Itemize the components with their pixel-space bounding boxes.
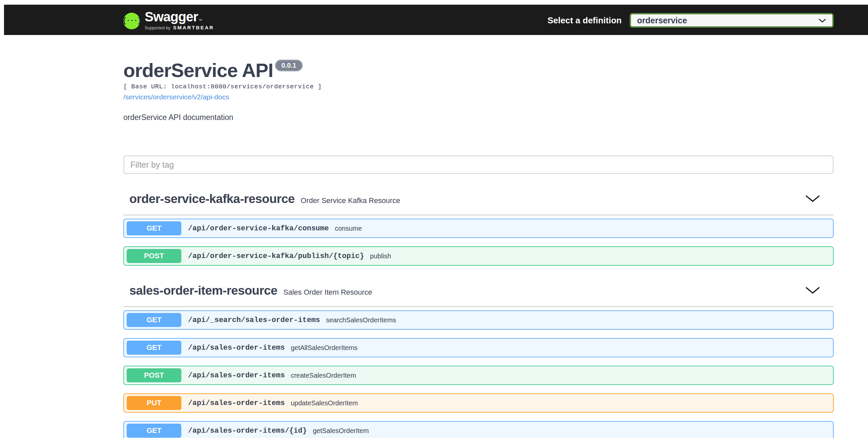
- base-url: [ Base URL: localhost:8080/services/orde…: [123, 83, 834, 90]
- operation-path: /api/order-service-kafka/publish/{topic}: [188, 252, 364, 260]
- method-badge: GET: [127, 424, 181, 438]
- operation-row[interactable]: GET /api/sales-order-items getAllSalesOr…: [123, 338, 834, 357]
- tag-sections: order-service-kafka-resource Order Servi…: [123, 192, 834, 438]
- chevron-down-icon[interactable]: [805, 195, 820, 203]
- method-badge: GET: [127, 313, 181, 327]
- operation-path: /api/sales-order-items: [188, 399, 285, 407]
- chevron-down-icon[interactable]: [805, 286, 820, 294]
- operation-path: /api/sales-order-items: [188, 371, 285, 380]
- method-badge: POST: [127, 368, 181, 382]
- operation-path: /api/sales-order-items/{id}: [188, 427, 307, 435]
- operation-row[interactable]: GET /api/sales-order-items/{id} getSales…: [123, 421, 834, 438]
- operation-row[interactable]: GET /api/_search/sales-order-items searc…: [123, 310, 834, 330]
- api-description: orderService API documentation: [123, 113, 834, 122]
- smartbear-wordmark: SMARTBEAR: [173, 25, 214, 30]
- definition-select[interactable]: orderservice: [630, 13, 834, 28]
- operation-summary: updateSalesOrderItem: [291, 399, 358, 407]
- tag-section: sales-order-item-resource Sales Order It…: [123, 284, 834, 438]
- operation-row[interactable]: PUT /api/sales-order-items updateSalesOr…: [123, 393, 834, 413]
- operation-summary: publish: [370, 252, 391, 260]
- operations-list: GET /api/order-service-kafka/consume con…: [123, 219, 834, 266]
- tag-subtitle: Sales Order Item Resource: [283, 288, 372, 297]
- operation-summary: getSalesOrderItem: [313, 427, 369, 435]
- operation-summary: consume: [335, 225, 362, 232]
- operation-row[interactable]: POST /api/sales-order-items createSalesO…: [123, 366, 834, 385]
- operation-path: /api/sales-order-items: [188, 344, 285, 352]
- tag-title: order-service-kafka-resource: [129, 192, 294, 206]
- page-title: orderService API: [123, 60, 273, 80]
- supported-by-label: Supported by: [145, 25, 170, 30]
- method-badge: POST: [127, 249, 181, 263]
- filter-by-tag-input[interactable]: [123, 155, 834, 174]
- brand-name: Swagger: [145, 9, 198, 24]
- operation-path: /api/_search/sales-order-items: [188, 316, 320, 324]
- api-docs-link[interactable]: /services/orderservice/v2/api-docs: [123, 93, 229, 101]
- swagger-logo: {···} Swagger ™ Supported by SMARTBEAR: [123, 9, 214, 30]
- tag-header[interactable]: sales-order-item-resource Sales Order It…: [123, 284, 834, 307]
- operation-summary: createSalesOrderItem: [291, 372, 356, 379]
- method-badge: GET: [127, 221, 181, 235]
- operation-summary: searchSalesOrderItems: [326, 316, 396, 324]
- api-docs-main: orderService API 0.0.1 [ Base URL: local…: [123, 60, 834, 438]
- version-badge: 0.0.1: [275, 60, 302, 71]
- tag-section: order-service-kafka-resource Order Servi…: [123, 192, 834, 266]
- operations-list: GET /api/_search/sales-order-items searc…: [123, 310, 834, 438]
- tag-header[interactable]: order-service-kafka-resource Order Servi…: [123, 192, 834, 215]
- operation-row[interactable]: GET /api/order-service-kafka/consume con…: [123, 219, 834, 238]
- topbar: {···} Swagger ™ Supported by SMARTBEAR S…: [4, 5, 868, 35]
- tag-title: sales-order-item-resource: [129, 284, 277, 298]
- method-badge: GET: [127, 341, 181, 355]
- braces-icon: {···}: [122, 17, 141, 25]
- operation-summary: getAllSalesOrderItems: [291, 344, 357, 352]
- trademark-symbol: ™: [199, 18, 202, 22]
- tag-subtitle: Order Service Kafka Resource: [301, 196, 400, 205]
- select-definition-label: Select a definition: [548, 15, 622, 26]
- method-badge: PUT: [127, 396, 181, 410]
- swagger-logo-icon: {···}: [123, 13, 140, 29]
- operation-path: /api/order-service-kafka/consume: [188, 224, 329, 233]
- operation-row[interactable]: POST /api/order-service-kafka/publish/{t…: [123, 246, 834, 266]
